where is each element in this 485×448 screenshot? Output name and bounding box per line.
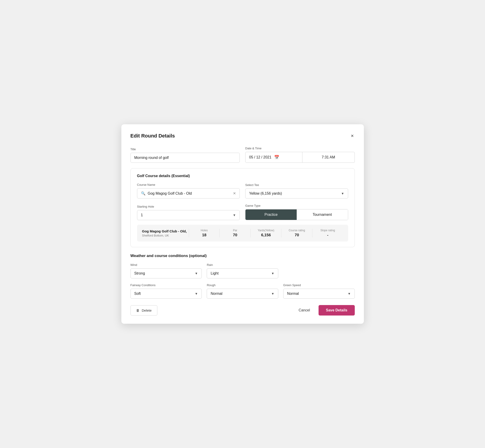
select-tee-label: Select Tee (245, 183, 348, 187)
course-name-value: Gog Magog Golf Club - Old (148, 192, 231, 196)
par-stat: Par 70 (219, 229, 251, 237)
chevron-down-icon: ▼ (341, 192, 344, 195)
wind-dropdown[interactable]: Strong ▼ (130, 268, 202, 278)
chevron-down-icon-2: ▼ (233, 213, 236, 217)
course-name-field[interactable]: 🔍 Gog Magog Golf Club - Old ✕ (137, 188, 240, 199)
title-datetime-row: Title Date & Time 05 / 12 / 2021 📅 7:31 … (130, 147, 355, 163)
wind-rain-row: Wind Strong ▼ Rain Light ▼ (130, 263, 355, 278)
slope-rating-value: - (327, 233, 328, 237)
starting-hole-label: Starting Hole (137, 205, 240, 208)
wind-label: Wind (130, 263, 202, 267)
trash-icon: 🗑 (136, 308, 140, 312)
title-group: Title (130, 147, 240, 163)
chevron-down-icon-3: ▼ (195, 272, 198, 275)
game-type-toggle: Practice Tournament (245, 209, 348, 220)
modal-header: Edit Round Details × (130, 133, 355, 139)
fairway-group: Fairway Conditions Soft ▼ (130, 283, 202, 299)
fairway-value: Soft (134, 292, 141, 296)
date-field[interactable]: 05 / 12 / 2021 📅 (245, 152, 302, 163)
delete-label: Delete (142, 308, 152, 312)
chevron-down-icon-7: ▼ (348, 292, 351, 296)
rough-dropdown[interactable]: Normal ▼ (207, 289, 278, 299)
starting-hole-dropdown[interactable]: 1 ▼ (137, 210, 240, 220)
course-rating-label: Course rating (289, 229, 305, 232)
wind-group: Wind Strong ▼ (130, 263, 202, 278)
select-tee-group: Select Tee Yellow (6,156 yards) ▼ (245, 183, 348, 199)
select-tee-value: Yellow (6,156 yards) (249, 192, 282, 196)
green-speed-value: Normal (287, 292, 299, 296)
fairway-label: Fairway Conditions (130, 283, 202, 287)
calendar-icon: 📅 (274, 155, 279, 160)
save-button[interactable]: Save Details (319, 305, 355, 315)
datetime-row: 05 / 12 / 2021 📅 7:31 AM (245, 152, 355, 163)
chevron-down-icon-6: ▼ (271, 292, 274, 296)
edit-round-modal: Edit Round Details × Title Date & Time 0… (121, 124, 364, 324)
course-name-group: Course Name 🔍 Gog Magog Golf Club - Old … (137, 183, 240, 199)
delete-button[interactable]: 🗑 Delete (130, 305, 157, 315)
course-tee-row: Course Name 🔍 Gog Magog Golf Club - Old … (137, 183, 348, 199)
yards-label: Yards(Yellow) (258, 229, 274, 232)
rain-label: Rain (207, 263, 278, 267)
fairway-dropdown[interactable]: Soft ▼ (130, 289, 202, 299)
time-field[interactable]: 7:31 AM (302, 152, 355, 163)
slope-rating-label: Slope rating (320, 229, 335, 232)
green-speed-group: Green Speed Normal ▼ (283, 283, 355, 299)
close-button[interactable]: × (350, 133, 355, 139)
game-type-group: Game Type Practice Tournament (245, 204, 348, 220)
date-value: 05 / 12 / 2021 (249, 155, 271, 159)
course-info-bar: Gog Magog Golf Club - Old, Shelford Bott… (137, 225, 348, 241)
game-type-label: Game Type (245, 204, 348, 207)
par-value: 70 (233, 233, 237, 237)
slope-rating-stat: Slope rating - (312, 229, 343, 237)
rain-value: Light (211, 271, 218, 275)
clear-icon[interactable]: ✕ (233, 191, 236, 196)
chevron-down-icon-4: ▼ (271, 272, 274, 275)
time-value: 7:31 AM (322, 155, 335, 159)
golf-course-section: Golf Course details (Essential) Course N… (130, 168, 355, 247)
footer-right: Cancel Save Details (296, 305, 355, 315)
golf-course-title: Golf Course details (Essential) (137, 174, 348, 178)
rain-group: Rain Light ▼ (207, 263, 278, 278)
datetime-label: Date & Time (245, 147, 355, 150)
yards-value: 6,156 (261, 233, 271, 237)
course-info-primary: Gog Magog Golf Club - Old, (142, 229, 189, 233)
par-label: Par (233, 229, 237, 232)
rough-group: Rough Normal ▼ (207, 283, 278, 299)
chevron-down-icon-5: ▼ (195, 292, 198, 296)
green-speed-dropdown[interactable]: Normal ▼ (283, 289, 355, 299)
title-input[interactable] (130, 153, 240, 163)
wind-value: Strong (134, 271, 145, 275)
starting-hole-group: Starting Hole 1 ▼ (137, 205, 240, 220)
conditions-title: Weather and course conditions (optional) (130, 254, 355, 258)
yards-stat: Yards(Yellow) 6,156 (251, 229, 282, 237)
conditions-section: Weather and course conditions (optional)… (130, 254, 355, 299)
course-info-name: Gog Magog Golf Club - Old, Shelford Bott… (142, 229, 189, 237)
modal-title: Edit Round Details (130, 133, 175, 139)
footer-row: 🗑 Delete Cancel Save Details (130, 305, 355, 315)
fairway-rough-green-row: Fairway Conditions Soft ▼ Rough Normal ▼… (130, 283, 355, 299)
holes-label: Holes (201, 229, 208, 232)
cancel-button[interactable]: Cancel (296, 305, 312, 315)
title-label: Title (130, 147, 240, 151)
starting-hole-value: 1 (141, 213, 143, 217)
search-icon: 🔍 (141, 191, 146, 196)
rough-value: Normal (211, 292, 222, 296)
hole-gametype-row: Starting Hole 1 ▼ Game Type Practice Tou… (137, 204, 348, 220)
holes-value: 18 (202, 233, 206, 237)
select-tee-dropdown[interactable]: Yellow (6,156 yards) ▼ (245, 189, 348, 199)
holes-stat: Holes 18 (189, 229, 220, 237)
course-rating-stat: Course rating 70 (281, 229, 312, 237)
course-rating-value: 70 (295, 233, 299, 237)
rain-dropdown[interactable]: Light ▼ (207, 268, 278, 278)
practice-toggle[interactable]: Practice (245, 209, 297, 220)
datetime-group: Date & Time 05 / 12 / 2021 📅 7:31 AM (245, 147, 355, 163)
rough-label: Rough (207, 283, 278, 287)
course-info-location: Shelford Bottom, UK (142, 234, 189, 237)
course-name-label: Course Name (137, 183, 240, 186)
tournament-toggle[interactable]: Tournament (297, 209, 348, 220)
green-speed-label: Green Speed (283, 283, 355, 287)
